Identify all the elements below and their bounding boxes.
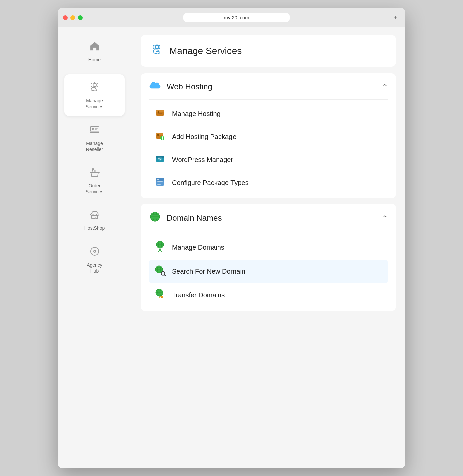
search-new-domain-icon [154, 264, 166, 279]
sidebar-divider [74, 72, 115, 72]
sidebar-item-agency-hub[interactable]: AgencyHub [64, 239, 125, 280]
minimize-button[interactable] [70, 15, 75, 20]
svg-rect-28 [157, 183, 161, 183]
section-divider-2 [149, 232, 388, 232]
sidebar-item-order-services-label: OrderServices [86, 183, 104, 195]
section-domain-names-header-left: Domain Names [149, 210, 222, 225]
menu-item-search-new-domain-label: Search For New Domain [172, 268, 245, 275]
domain-names-icon [149, 210, 161, 225]
web-hosting-icon [149, 80, 161, 93]
browser-chrome: + [58, 8, 405, 27]
maximize-button[interactable] [78, 15, 83, 20]
order-services-icon [88, 166, 101, 180]
svg-rect-2 [92, 128, 94, 130]
menu-item-manage-hosting-label: Manage Hosting [172, 110, 221, 118]
section-web-hosting-title: Web Hosting [167, 82, 212, 91]
svg-rect-18 [157, 134, 159, 136]
manage-domains-icon [154, 240, 166, 255]
svg-point-0 [93, 83, 96, 87]
manage-hosting-icon [154, 107, 166, 121]
svg-text:W: W [158, 157, 161, 161]
svg-point-6 [94, 170, 96, 172]
sidebar-item-agency-hub-label: AgencyHub [87, 262, 102, 274]
menu-item-search-new-domain[interactable]: Search For New Domain [149, 260, 388, 283]
sidebar-item-manage-services-label: ManageServices [86, 98, 104, 110]
svg-rect-17 [156, 133, 163, 135]
section-divider [149, 99, 388, 100]
svg-rect-3 [95, 128, 98, 129]
svg-line-44 [164, 275, 166, 276]
sidebar-item-hostshop-label: HostShop [84, 225, 105, 231]
web-hosting-chevron: ⌃ [382, 83, 388, 91]
main-content: Manage Services Web Hosting ⌃ [131, 27, 405, 468]
section-domain-names-items: Manage Domains [141, 232, 396, 311]
sidebar-item-manage-reseller-label: ManageReseller [86, 140, 103, 152]
hostshop-icon [88, 208, 101, 222]
menu-item-configure-package-types[interactable]: Configure Package Types [149, 171, 388, 194]
manage-reseller-icon [88, 123, 101, 138]
browser-window: + Home [58, 8, 405, 468]
url-input[interactable] [183, 13, 290, 22]
svg-rect-25 [156, 178, 164, 181]
svg-rect-29 [157, 184, 161, 185]
menu-item-transfer-domains[interactable]: Transfer Domains [149, 283, 388, 307]
svg-rect-13 [158, 111, 159, 113]
sidebar: Home ManageServices [58, 27, 131, 468]
svg-rect-27 [157, 181, 163, 182]
svg-rect-4 [95, 129, 97, 130]
svg-point-9 [94, 250, 96, 252]
svg-rect-15 [158, 115, 161, 115]
menu-item-add-hosting-package[interactable]: Add Hosting Package [149, 125, 388, 148]
section-web-hosting-items: Manage Hosting [141, 99, 396, 198]
sidebar-item-manage-services[interactable]: ManageServices [64, 74, 125, 116]
sidebar-item-hostshop[interactable]: HostShop [64, 202, 125, 237]
sidebar-item-home[interactable]: Home [64, 34, 125, 69]
wordpress-manager-icon: W [154, 153, 166, 167]
domain-names-chevron: ⌃ [382, 214, 388, 222]
svg-rect-26 [157, 179, 159, 180]
menu-item-configure-package-types-label: Configure Package Types [172, 179, 249, 187]
section-web-hosting-header-left: Web Hosting [149, 80, 212, 93]
sidebar-item-order-services[interactable]: OrderServices [64, 160, 125, 201]
svg-point-8 [91, 247, 99, 255]
menu-item-add-hosting-package-label: Add Hosting Package [172, 133, 236, 141]
app-body: Home ManageServices [58, 27, 405, 468]
page-title: Manage Services [169, 46, 242, 56]
home-icon [88, 40, 101, 54]
transfer-domains-icon [154, 288, 166, 302]
svg-rect-14 [158, 113, 162, 114]
menu-item-wordpress-manager-label: WordPress Manager [172, 156, 233, 164]
menu-item-wordpress-manager[interactable]: W WordPress Manager [149, 148, 388, 171]
section-web-hosting-header[interactable]: Web Hosting ⌃ [141, 73, 396, 99]
section-domain-names-header[interactable]: Domain Names ⌃ [141, 204, 396, 232]
sidebar-item-manage-reseller[interactable]: ManageReseller [64, 117, 125, 158]
menu-item-manage-hosting[interactable]: Manage Hosting [149, 102, 388, 125]
menu-item-transfer-domains-label: Transfer Domains [172, 291, 225, 299]
configure-package-types-icon [154, 176, 166, 190]
page-header: Manage Services [141, 35, 396, 67]
manage-services-icon [88, 81, 101, 95]
svg-rect-7 [92, 215, 98, 219]
address-bar [87, 13, 387, 22]
section-web-hosting: Web Hosting ⌃ [141, 73, 396, 198]
new-tab-button[interactable]: + [391, 13, 400, 22]
add-hosting-package-icon [154, 130, 166, 144]
section-domain-names: Domain Names ⌃ [141, 204, 396, 311]
agency-hub-icon [88, 245, 101, 259]
svg-point-10 [155, 45, 159, 49]
sidebar-item-home-label: Home [88, 57, 101, 63]
traffic-lights [63, 15, 83, 20]
menu-item-manage-domains[interactable]: Manage Domains [149, 235, 388, 260]
svg-rect-5 [90, 131, 99, 132]
close-button[interactable] [63, 15, 68, 20]
svg-rect-12 [156, 110, 164, 112]
menu-item-manage-domains-label: Manage Domains [172, 244, 224, 251]
page-header-icon [150, 42, 164, 59]
section-domain-names-title: Domain Names [167, 213, 222, 223]
